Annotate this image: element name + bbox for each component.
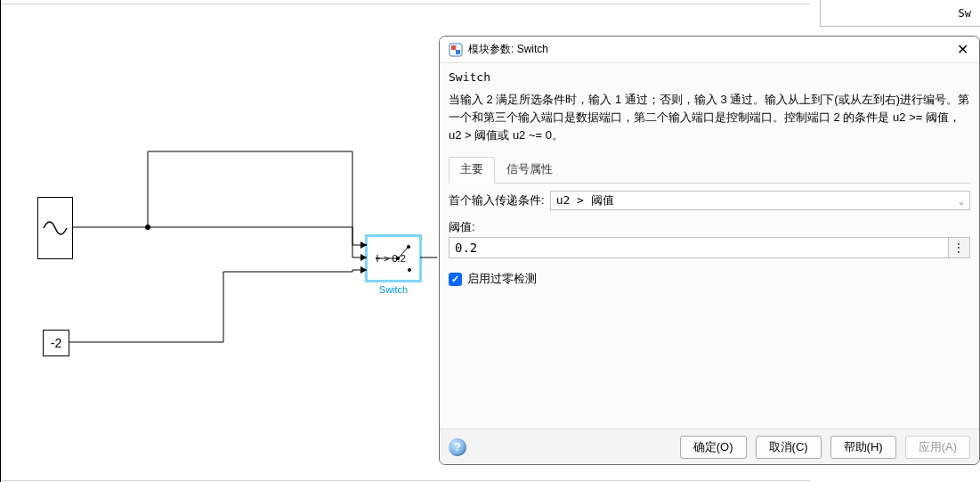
ok-button[interactable]: 确定(O) (680, 436, 747, 459)
tab-bar: 主要 信号属性 (449, 157, 970, 184)
zero-crossing-checkbox[interactable]: ✓ (449, 273, 462, 286)
apply-button[interactable]: 应用(A) (905, 436, 970, 459)
threshold-more-button[interactable]: ⋮ (949, 237, 970, 258)
tab-signal-attributes[interactable]: 信号属性 (495, 157, 564, 184)
tab-main[interactable]: 主要 (449, 157, 495, 184)
switch-block-label: Switch (379, 284, 408, 295)
dialog-title: 模块参数: Switch (468, 42, 955, 57)
block-type-heading: Switch (449, 70, 970, 84)
criteria-value: u2 > 阈值 (556, 192, 614, 208)
cancel-button[interactable]: 取消(C) (756, 436, 822, 459)
dialog-titlebar[interactable]: 模块参数: Switch ✕ (440, 37, 979, 63)
constant-block[interactable]: -2 (43, 330, 69, 356)
block-parameters-dialog: 模块参数: Switch ✕ Switch 当输入 2 满足所选条件时，输入 1… (439, 36, 980, 465)
block-description: 当输入 2 满足所选条件时，输入 1 通过；否则，输入 3 通过。输入从上到下(… (449, 91, 970, 144)
criteria-label: 首个输入传递条件: (449, 192, 545, 208)
threshold-input-row: ⋮ (449, 237, 970, 258)
threshold-label: 阈值: (449, 219, 970, 235)
criteria-select[interactable]: u2 > 阈值 ⌄ (550, 191, 970, 210)
svg-point-1 (407, 245, 409, 248)
dialog-body: Switch 当输入 2 满足所选条件时，输入 1 通过；否则，输入 3 通过。… (440, 63, 979, 287)
svg-point-2 (408, 268, 410, 271)
sine-wave-block[interactable] (37, 197, 73, 259)
dialog-app-icon (449, 43, 463, 57)
right-panel-text: Sw (959, 7, 971, 20)
switch-block[interactable]: > 0.2 Switch (367, 236, 420, 281)
zero-crossing-label: 启用过零检测 (467, 271, 537, 287)
chevron-down-icon: ⌄ (959, 196, 964, 206)
constant-value: -2 (51, 336, 61, 350)
svg-rect-14 (456, 50, 460, 54)
help-button[interactable]: 帮助(H) (830, 436, 896, 459)
dialog-footer: ? 确定(O) 取消(C) 帮助(H) 应用(A) (440, 429, 979, 464)
criteria-row: 首个输入传递条件: u2 > 阈值 ⌄ (449, 191, 970, 210)
help-icon[interactable]: ? (449, 438, 466, 456)
close-icon[interactable]: ✕ (955, 41, 970, 58)
sine-wave-icon (43, 216, 68, 241)
zero-crossing-row: ✓ 启用过零检测 (449, 271, 970, 287)
svg-rect-13 (451, 45, 456, 50)
threshold-input[interactable] (449, 237, 949, 258)
switch-threshold-text: > 0.2 (384, 253, 406, 264)
switch-icon: > 0.2 (369, 238, 418, 279)
right-panel-fragment: Sw (820, 0, 980, 27)
